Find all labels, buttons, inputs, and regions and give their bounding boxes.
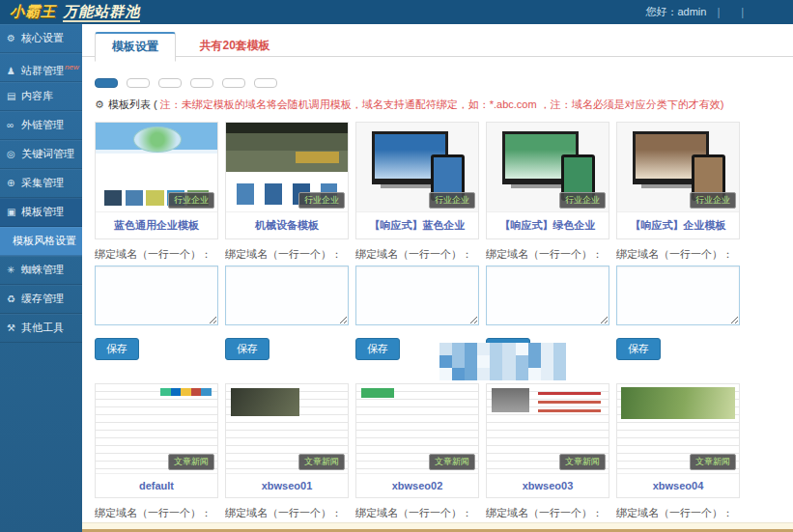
- category-badge: 行业企业: [559, 192, 606, 209]
- domain-input[interactable]: [486, 266, 609, 325]
- category-badge: 文章新闻: [559, 454, 606, 470]
- template-list-notice: ⚙模板列表 ( 注：未绑定模板的域名将会随机调用模板，域名支持通配符绑定，如：*…: [95, 98, 793, 112]
- app-logo: 小霸王 万能站群池: [10, 3, 140, 21]
- template-card: 行业企业 【响应式】企业模板 绑定域名（一行一个）： 保存: [616, 122, 740, 360]
- collect-icon: ⊕: [7, 169, 19, 197]
- sidebar-item-label: 内容库: [21, 90, 53, 101]
- domain-input[interactable]: [355, 266, 479, 325]
- sidebar-item[interactable]: ♟站群管理new: [0, 53, 82, 82]
- sidebar-item[interactable]: ▤内容库: [0, 82, 82, 111]
- category-filter-button[interactable]: [254, 78, 277, 88]
- content-area: 模板设置 共有20套模板 ⚙模板列表 ( 注：未绑定模板的域名将会随机调用模板，…: [82, 24, 793, 532]
- sidebar-item-label: 核心设置: [21, 32, 64, 43]
- bind-domain-label: 绑定域名（一行一个）：: [95, 506, 218, 520]
- template-thumbnail[interactable]: 文章新闻: [487, 384, 609, 473]
- save-button[interactable]: 保存: [225, 338, 269, 360]
- bind-domain-label: 绑定域名（一行一个）：: [225, 247, 349, 262]
- sidebar-item[interactable]: 模板风格设置: [0, 227, 82, 256]
- sidebar-item[interactable]: ∞外链管理: [0, 111, 82, 140]
- template-thumbnail[interactable]: 行业企业: [617, 123, 739, 211]
- sidebar-item[interactable]: ⚙核心设置: [0, 24, 82, 53]
- bind-domain-label: 绑定域名（一行一个）：: [486, 506, 609, 520]
- cache-icon: ♻: [7, 285, 19, 313]
- link-icon: ∞: [7, 111, 19, 139]
- template-card-box: 文章新闻 default: [95, 383, 218, 498]
- template-title-link[interactable]: default: [96, 473, 217, 497]
- template-card-box: 文章新闻 xbwseo02: [355, 383, 479, 498]
- save-button[interactable]: 保存: [95, 338, 139, 360]
- template-thumbnail[interactable]: 文章新闻: [96, 384, 217, 473]
- category-filter-button[interactable]: [95, 78, 118, 88]
- bind-domain-label: 绑定域名（一行一个）：: [355, 247, 479, 262]
- sidebar: ⚙核心设置 ♟站群管理new ▤内容库 ∞外链管理 ◎关键词管理 ⊕采集管理 ▣…: [0, 24, 82, 532]
- tab-bar: 模板设置 共有20套模板: [82, 24, 793, 57]
- spider-icon: ✳: [7, 256, 19, 284]
- template-thumbnail[interactable]: 行业企业: [356, 123, 478, 211]
- sidebar-item[interactable]: ◎关键词管理: [0, 140, 82, 169]
- save-button[interactable]: 保存: [355, 338, 400, 360]
- template-card: 文章新闻 xbwseo03 绑定域名（一行一个）： 保存: [486, 383, 609, 532]
- sidebar-item[interactable]: ✳蜘蛛管理: [0, 256, 82, 285]
- category-badge: 文章新闻: [298, 454, 345, 470]
- template-title-link[interactable]: xbwseo02: [356, 473, 478, 497]
- users-icon: ♟: [7, 57, 19, 82]
- save-button[interactable]: 保存: [616, 338, 661, 360]
- template-card-box: 行业企业 蓝色通用企业模板: [95, 122, 218, 239]
- bind-domain-label: 绑定域名（一行一个）：: [616, 247, 740, 262]
- list-gear-icon: ⚙: [95, 98, 104, 110]
- template-title-link[interactable]: 【响应式】企业模板: [617, 211, 739, 238]
- template-card: 文章新闻 xbwseo01 绑定域名（一行一个）： 保存: [225, 383, 349, 532]
- template-card-box: 行业企业 【响应式】绿色企业: [486, 122, 609, 239]
- template-card-box: 文章新闻 xbwseo04: [616, 383, 740, 498]
- category-filter-bar: [95, 70, 793, 88]
- template-card-box: 行业企业 【响应式】企业模板: [616, 122, 740, 239]
- gear-icon: ⚙: [7, 24, 19, 52]
- category-badge: 文章新闻: [690, 454, 736, 470]
- template-card: 行业企业 机械设备模板 绑定域名（一行一个）： 保存: [225, 122, 349, 360]
- category-badge: 行业企业: [690, 192, 736, 209]
- category-badge: 文章新闻: [429, 454, 475, 470]
- top-header: 小霸王 万能站群池 您好：admin ｜ ｜: [0, 0, 793, 24]
- sidebar-item-label: 缓存管理: [21, 293, 64, 304]
- sidebar-item-label: 关键词管理: [21, 148, 74, 159]
- template-title-link[interactable]: 【响应式】蓝色企业: [356, 211, 478, 238]
- sidebar-item[interactable]: ⊕采集管理: [0, 169, 82, 198]
- tab-template-settings[interactable]: 模板设置: [95, 32, 176, 62]
- category-filter-button[interactable]: [127, 78, 150, 88]
- template-thumbnail[interactable]: 文章新闻: [356, 384, 478, 473]
- template-title-link[interactable]: 【响应式】绿色企业: [487, 211, 609, 238]
- template-thumbnail[interactable]: 行业企业: [487, 123, 609, 211]
- template-thumbnail[interactable]: 行业企业: [96, 123, 217, 211]
- sidebar-item-label: 站群管理: [21, 65, 64, 76]
- domain-input[interactable]: [95, 266, 218, 325]
- template-title-link[interactable]: xbwseo04: [617, 473, 739, 497]
- template-thumbnail[interactable]: 文章新闻: [617, 384, 739, 473]
- logo-sub-text: 万能站群池: [63, 3, 140, 22]
- library-icon: ▤: [7, 82, 19, 110]
- category-badge: 行业企业: [168, 192, 214, 209]
- template-thumbnail[interactable]: 文章新闻: [226, 384, 348, 473]
- template-title-link[interactable]: 机械设备模板: [226, 211, 348, 238]
- template-title-link[interactable]: 蓝色通用企业模板: [96, 211, 217, 238]
- template-card-box: 行业企业 【响应式】蓝色企业: [355, 122, 479, 239]
- sidebar-item-label: 外链管理: [21, 119, 64, 130]
- bottom-notice-bar: [82, 522, 793, 532]
- template-title-link[interactable]: xbwseo01: [226, 473, 348, 497]
- category-filter-button[interactable]: [158, 78, 182, 88]
- category-filter-button[interactable]: [222, 78, 245, 88]
- template-thumbnail[interactable]: 行业企业: [226, 123, 348, 211]
- category-filter-button[interactable]: [190, 78, 213, 88]
- sidebar-item-label: 采集管理: [21, 177, 64, 188]
- template-card-box: 行业企业 机械设备模板: [225, 122, 349, 239]
- domain-input[interactable]: [616, 266, 740, 325]
- template-icon: ▣: [7, 198, 19, 226]
- template-card: 文章新闻 xbwseo04 绑定域名（一行一个）： 保存: [616, 383, 740, 532]
- censored-watermark: [439, 343, 566, 380]
- tools-icon: ⚒: [7, 314, 19, 342]
- sidebar-item[interactable]: ⚒其他工具: [0, 314, 82, 343]
- sidebar-item-label: 蜘蛛管理: [21, 264, 64, 275]
- sidebar-item[interactable]: ♻缓存管理: [0, 285, 82, 314]
- sidebar-item[interactable]: ▣模板管理: [0, 198, 82, 227]
- template-title-link[interactable]: xbwseo03: [487, 473, 609, 497]
- domain-input[interactable]: [225, 266, 349, 325]
